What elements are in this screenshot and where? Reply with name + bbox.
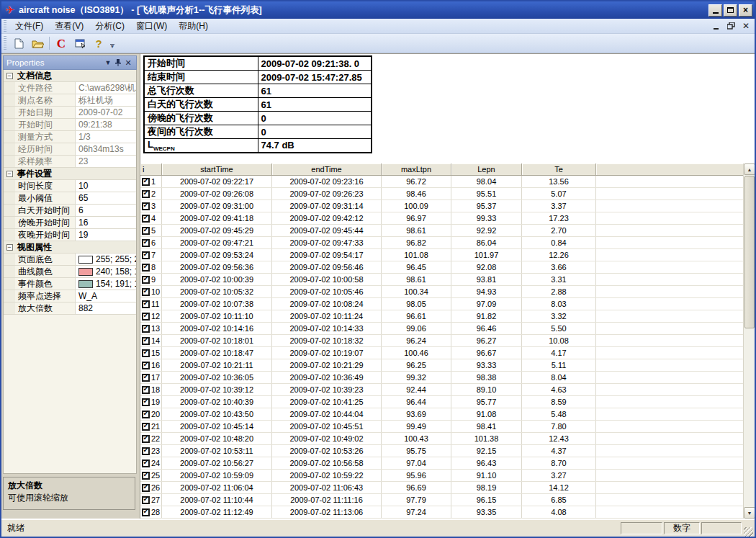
properties-panel-header[interactable]: Properties ▼ ✕ xyxy=(3,55,137,70)
resize-grip-icon[interactable] xyxy=(744,527,753,537)
menu-item[interactable]: 文件(F) xyxy=(9,19,49,34)
row-checkbox[interactable] xyxy=(142,374,150,382)
row-checkbox[interactable] xyxy=(142,239,150,247)
property-value[interactable]: 154; 191; 18 xyxy=(76,278,136,290)
table-row[interactable]: 122009-07-02 10:11:102009-07-02 10:11:24… xyxy=(140,310,743,323)
table-row[interactable]: 192009-07-02 10:40:392009-07-02 10:41:25… xyxy=(140,396,743,408)
maximize-button[interactable] xyxy=(724,4,737,17)
scroll-down-button[interactable]: ▼ xyxy=(744,507,755,519)
property-value[interactable]: C:\awa6298\机场 xyxy=(76,82,136,94)
row-checkbox[interactable] xyxy=(142,313,150,320)
row-checkbox[interactable] xyxy=(142,288,150,296)
row-checkbox[interactable] xyxy=(142,215,150,223)
collapse-icon[interactable]: − xyxy=(6,171,13,177)
menu-item[interactable]: 帮助(H) xyxy=(173,19,214,34)
table-row[interactable]: 222009-07-02 10:48:202009-07-02 10:49:02… xyxy=(140,433,743,445)
row-checkbox[interactable] xyxy=(142,435,150,443)
property-value[interactable]: 6 xyxy=(76,205,136,216)
property-value[interactable]: 19 xyxy=(76,229,136,241)
panel-pin-button[interactable] xyxy=(113,58,123,68)
table-row[interactable]: 242009-07-02 10:56:272009-07-02 10:56:58… xyxy=(140,457,743,470)
mdi-restore-button[interactable] xyxy=(724,21,737,32)
property-group-header[interactable]: −视图属性 xyxy=(4,241,136,254)
table-row[interactable]: 252009-07-02 10:59:092009-07-02 10:59:22… xyxy=(140,470,743,482)
new-document-button[interactable] xyxy=(10,35,27,51)
row-checkbox[interactable] xyxy=(142,362,150,369)
table-row[interactable]: 22009-07-02 09:26:082009-07-02 09:26:239… xyxy=(140,188,743,200)
row-checkbox[interactable] xyxy=(142,300,150,308)
collapse-icon[interactable]: − xyxy=(6,244,13,251)
row-checkbox[interactable] xyxy=(142,472,150,480)
column-header-maxLtpn[interactable]: maxLtpn xyxy=(382,163,451,176)
property-value[interactable]: W_A xyxy=(76,290,136,302)
menu-item[interactable]: 查看(V) xyxy=(49,19,89,34)
property-value[interactable]: 16 xyxy=(76,217,136,228)
row-checkbox[interactable] xyxy=(142,251,150,259)
property-value[interactable]: 栎社机场 xyxy=(76,94,136,106)
toolbar-overflow-button[interactable]: ▼ xyxy=(108,35,117,51)
row-checkbox[interactable] xyxy=(142,508,150,516)
property-value[interactable]: 06h34m13s xyxy=(76,143,136,155)
row-checkbox[interactable] xyxy=(142,349,150,357)
panel-close-button[interactable]: ✕ xyxy=(123,58,133,68)
table-row[interactable]: 112009-07-02 10:07:382009-07-02 10:08:24… xyxy=(140,298,743,310)
row-checkbox[interactable] xyxy=(142,337,150,345)
minimize-button[interactable] xyxy=(708,4,722,17)
table-row[interactable]: 72009-07-02 09:53:242009-07-02 09:54:171… xyxy=(140,249,743,261)
row-checkbox[interactable] xyxy=(142,264,150,272)
row-checkbox[interactable] xyxy=(142,276,150,284)
column-header-endTime[interactable]: endTime xyxy=(272,163,382,176)
table-row[interactable]: 272009-07-02 11:10:442009-07-02 11:11:16… xyxy=(140,494,743,506)
toolbar-drag-handle[interactable] xyxy=(4,36,6,51)
mdi-minimize-button[interactable] xyxy=(709,21,722,32)
scrollbar-thumb[interactable] xyxy=(744,176,755,328)
row-checkbox[interactable] xyxy=(142,325,150,333)
c-weighting-button[interactable]: C xyxy=(53,35,70,51)
column-header-filler[interactable] xyxy=(596,163,744,176)
menu-item[interactable]: 分析(C) xyxy=(89,19,130,34)
properties-button[interactable] xyxy=(71,35,89,51)
property-group-header[interactable]: −事件设置 xyxy=(4,168,136,180)
table-row[interactable]: 32009-07-02 09:31:002009-07-02 09:31:141… xyxy=(140,200,743,212)
table-row[interactable]: 182009-07-02 10:39:122009-07-02 10:39:23… xyxy=(140,384,743,396)
table-row[interactable]: 172009-07-02 10:36:052009-07-02 10:36:49… xyxy=(140,372,743,384)
row-checkbox[interactable] xyxy=(142,459,150,467)
row-checkbox[interactable] xyxy=(142,202,150,210)
property-value[interactable]: 09:21:38 xyxy=(76,119,136,130)
column-header-Te[interactable]: Te xyxy=(522,163,596,176)
row-checkbox[interactable] xyxy=(142,227,150,235)
property-value[interactable]: 882 xyxy=(76,302,136,314)
title-bar[interactable]: ✈ aircraft noise（ISO3891） - [飞机噪声分析1--飞行… xyxy=(1,1,755,19)
property-value[interactable]: 23 xyxy=(76,156,136,167)
table-row[interactable]: 62009-07-02 09:47:212009-07-02 09:47:339… xyxy=(140,237,743,249)
row-checkbox[interactable] xyxy=(142,190,150,198)
row-checkbox[interactable] xyxy=(142,484,150,492)
table-row[interactable]: 202009-07-02 10:43:502009-07-02 10:44:04… xyxy=(140,408,743,421)
property-value[interactable]: 240; 158; 15 xyxy=(76,266,136,277)
property-value[interactable]: 65 xyxy=(76,192,136,204)
row-checkbox[interactable] xyxy=(142,411,150,418)
table-row[interactable]: 152009-07-02 10:18:472009-07-02 10:19:07… xyxy=(140,347,743,359)
close-button[interactable]: × xyxy=(739,4,752,17)
property-value[interactable]: 1/3 xyxy=(76,131,136,143)
table-row[interactable]: 162009-07-02 10:21:112009-07-02 10:21:29… xyxy=(140,359,743,372)
table-row[interactable]: 42009-07-02 09:41:182009-07-02 09:42:129… xyxy=(140,212,743,225)
row-checkbox[interactable] xyxy=(142,178,150,186)
help-button[interactable]: ? xyxy=(90,35,107,51)
table-row[interactable]: 52009-07-02 09:45:292009-07-02 09:45:449… xyxy=(140,225,743,237)
property-group-header[interactable]: −文档信息 xyxy=(4,70,136,82)
mdi-close-button[interactable]: ✕ xyxy=(739,21,752,32)
table-row[interactable]: 12009-07-02 09:22:172009-07-02 09:23:169… xyxy=(140,176,743,188)
table-row[interactable]: 82009-07-02 09:56:362009-07-02 09:56:469… xyxy=(140,261,743,274)
menu-drag-handle[interactable] xyxy=(4,20,6,32)
table-row[interactable]: 262009-07-02 11:06:042009-07-02 11:06:43… xyxy=(140,482,743,494)
table-row[interactable]: 92009-07-02 10:00:392009-07-02 10:00:589… xyxy=(140,274,743,286)
column-header-Lepn[interactable]: Lepn xyxy=(451,163,522,176)
table-row[interactable]: 132009-07-02 10:14:162009-07-02 10:14:33… xyxy=(140,323,743,335)
property-value[interactable]: 10 xyxy=(76,180,136,192)
table-row[interactable]: 232009-07-02 10:53:112009-07-02 10:53:26… xyxy=(140,445,743,457)
table-row[interactable]: 212009-07-02 10:45:142009-07-02 10:45:51… xyxy=(140,421,743,433)
table-row[interactable]: 102009-07-02 10:05:322009-07-02 10:05:46… xyxy=(140,286,743,298)
panel-menu-button[interactable]: ▼ xyxy=(103,58,113,68)
column-header-startTime[interactable]: startTime xyxy=(162,163,272,176)
